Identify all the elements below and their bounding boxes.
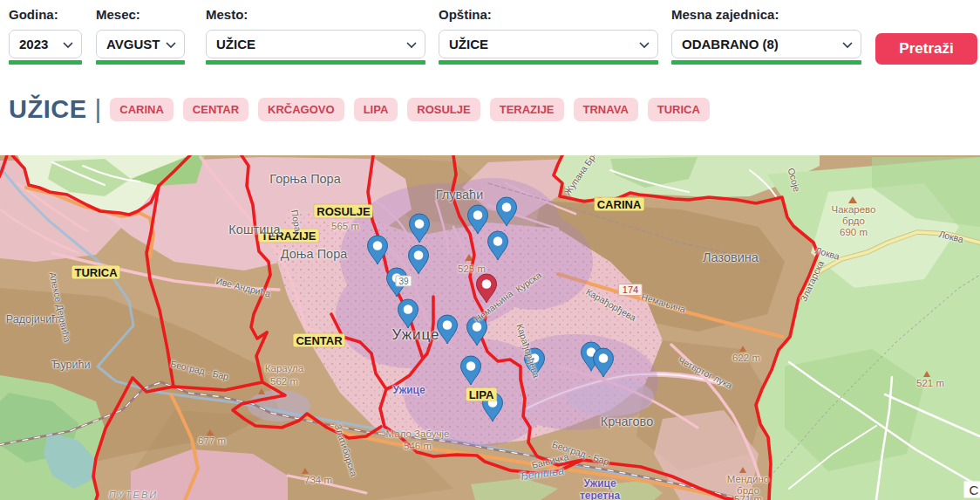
field-godina: Godina: 2023 — [9, 7, 82, 65]
opstina-label: Opština: — [439, 7, 658, 22]
field-opstina: Opština: UŽICE — [439, 7, 658, 65]
chevron-down-icon — [639, 42, 650, 49]
chevron-down-icon — [166, 42, 176, 49]
map-canvas[interactable] — [0, 155, 980, 500]
mesna-zajednica-value: ODABRANO (8) — [682, 37, 779, 51]
mesec-underline — [96, 60, 185, 65]
chevron-down-icon — [406, 42, 417, 49]
chevron-down-icon — [63, 42, 73, 49]
page: Godina: 2023 Mesec: AVGUST Mesto: UŽICE — [0, 0, 980, 500]
zone-tag-krčagovo: KRČAGOVO — [258, 98, 344, 121]
zone-tag-carina: CARINA — [110, 98, 174, 121]
map-container: TURICATERAZIJEROSULJECENTARCARINALIPAУжи… — [0, 155, 980, 500]
mesto-select[interactable]: UŽICE — [206, 30, 425, 58]
field-mesto: Mesto: UŽICE — [206, 7, 425, 65]
zone-tag-turica: TURICA — [648, 98, 710, 121]
opstina-select[interactable]: UŽICE — [439, 30, 658, 58]
zone-tag-trnava: TRNAVA — [574, 98, 638, 121]
title-row: UŽICE | CARINACENTARKRČAGOVOLIPAROSULJET… — [9, 94, 710, 124]
mesna-zajednica-label: Mesna zajednica: — [671, 7, 861, 22]
zone-tag-list: CARINACENTARKRČAGOVOLIPAROSULJETERAZIJET… — [110, 98, 710, 121]
opstina-value: UŽICE — [449, 37, 488, 51]
zone-tag-lipa: LIPA — [354, 98, 398, 121]
mesna-zajednica-select[interactable]: ODABRANO (8) — [671, 30, 861, 58]
godina-value: 2023 — [19, 37, 48, 51]
godina-select[interactable]: 2023 — [9, 30, 82, 58]
godina-label: Godina: — [9, 7, 82, 22]
zone-tag-terazije: TERAZIJE — [490, 98, 564, 121]
mesec-label: Mesec: — [96, 7, 185, 22]
field-mesna-zajednica: Mesna zajednica: ODABRANO (8) — [671, 7, 861, 65]
filter-bar: Godina: 2023 Mesec: AVGUST Mesto: UŽICE — [0, 0, 980, 87]
chevron-down-icon — [842, 42, 853, 49]
godina-underline — [9, 60, 82, 65]
mesna-zajednica-underline — [671, 60, 861, 65]
mesto-value: UŽICE — [216, 37, 255, 51]
opstina-underline — [439, 60, 658, 65]
field-mesec: Mesec: AVGUST — [96, 7, 185, 65]
mesec-value: AVGUST — [106, 37, 160, 51]
mesto-underline — [206, 60, 425, 65]
mesec-select[interactable]: AVGUST — [96, 30, 185, 58]
zone-tag-centar: CENTAR — [183, 98, 248, 121]
zone-tag-rosulje: ROSULJE — [407, 98, 480, 121]
page-title: UŽICE — [9, 95, 87, 124]
mesto-label: Mesto: — [206, 7, 425, 22]
search-button[interactable]: Pretraži — [875, 33, 977, 65]
title-separator: | — [95, 94, 102, 124]
